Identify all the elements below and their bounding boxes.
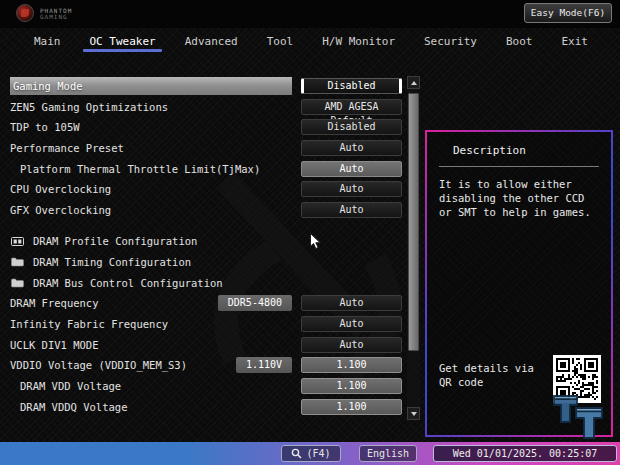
tab-tool[interactable]: Tool — [267, 28, 294, 55]
setting-value[interactable]: Disabled — [301, 78, 402, 94]
setting-value[interactable]: 1.100 — [301, 357, 402, 373]
setting-info-value: 1.110V — [236, 357, 292, 373]
setting-label: DRAM Frequency — [10, 294, 209, 312]
tab-exit[interactable]: Exit — [561, 28, 588, 55]
setting-label: CPU Overclocking — [10, 180, 292, 198]
tweaktown-watermark-icon — [551, 391, 607, 449]
settings-list: Gaming ModeDisabledZEN5 Gaming Optimizat… — [10, 77, 402, 418]
search-button[interactable]: (F4) — [281, 445, 341, 462]
description-separator — [439, 166, 599, 167]
config-link-label: DRAM Profile Configuration — [33, 232, 197, 250]
setting-value[interactable]: 1.100 — [301, 378, 402, 394]
config-link-label: DRAM Bus Control Configuration — [33, 274, 223, 292]
brand-text: PHANTOM GAMING — [40, 6, 72, 20]
status-bar: (F4) English Wed 01/01/2025. 00:25:07 — [0, 442, 620, 465]
config-link-row[interactable]: DRAM Timing Configuration — [10, 253, 402, 271]
setting-value[interactable]: 1.100 — [301, 399, 402, 415]
setting-row[interactable]: VDDIO Voltage (VDDIO_MEM_S3)1.110V1.100 — [10, 356, 402, 374]
config-link-row[interactable]: DRAM Bus Control Configuration — [10, 274, 402, 292]
scrollbar-thumb[interactable] — [408, 93, 419, 351]
setting-row[interactable]: Platform Thermal Throttle Limit(TjMax)Au… — [10, 160, 402, 178]
easy-mode-button[interactable]: Easy Mode(F6) — [524, 3, 612, 23]
tab-oc-tweaker[interactable]: OC Tweaker — [89, 28, 155, 55]
setting-label: DRAM VDD Voltage — [10, 377, 292, 395]
folder-icon — [10, 257, 24, 267]
folder-icon — [10, 278, 24, 288]
setting-value[interactable]: Auto — [301, 295, 402, 311]
tab-main[interactable]: Main — [34, 28, 61, 55]
language-button[interactable]: English — [359, 445, 417, 462]
description-title: Description — [439, 142, 599, 166]
config-link-row[interactable]: DRAM Profile Configuration — [10, 232, 402, 250]
tab-boot[interactable]: Boot — [506, 28, 533, 55]
setting-row[interactable]: TDP to 105WDisabled — [10, 118, 402, 136]
setting-label: Infinity Fabric Frequency — [10, 315, 292, 333]
scroll-up-button[interactable] — [407, 76, 420, 89]
setting-label: DRAM VDDQ Voltage — [10, 398, 292, 416]
setting-value[interactable]: Auto — [301, 316, 402, 332]
setting-label: UCLK DIV1 MODE — [10, 336, 292, 354]
qr-caption: Get details via QR code — [439, 355, 545, 389]
phantom-gaming-logo-icon — [16, 4, 34, 22]
brand-line2: GAMING — [40, 14, 72, 20]
setting-value[interactable]: Auto — [301, 181, 402, 197]
dram-icon — [10, 237, 24, 246]
setting-value[interactable]: Disabled — [301, 119, 402, 135]
setting-label: Gaming Mode — [10, 77, 292, 95]
search-icon — [291, 448, 302, 459]
setting-row[interactable]: ZEN5 Gaming OptimizationsAMD AGESA Defau… — [10, 98, 402, 116]
setting-value[interactable]: Auto — [301, 202, 402, 218]
setting-label: TDP to 105W — [10, 118, 292, 136]
setting-row[interactable]: DRAM VDD Voltage1.100 — [10, 377, 402, 395]
setting-row[interactable]: CPU OverclockingAuto — [10, 180, 402, 198]
config-link-label: DRAM Timing Configuration — [33, 253, 191, 271]
tab-security[interactable]: Security — [424, 28, 477, 55]
tab-advanced[interactable]: Advanced — [185, 28, 238, 55]
setting-row[interactable]: GFX OverclockingAuto — [10, 201, 402, 219]
setting-label: GFX Overclocking — [10, 201, 292, 219]
setting-value[interactable]: AMD AGESA Default — [301, 99, 402, 115]
menu-bar: MainOC TweakerAdvancedToolH/W MonitorSec… — [0, 28, 620, 55]
setting-label: VDDIO Voltage (VDDIO_MEM_S3) — [10, 356, 227, 374]
arrow-down-icon — [411, 412, 417, 416]
setting-row[interactable]: UCLK DIV1 MODEAuto — [10, 336, 402, 354]
bios-screen: PHANTOM GAMING Easy Mode(F6) MainOC Twea… — [0, 0, 620, 465]
description-body: It is to allow either disabling the othe… — [439, 177, 599, 219]
setting-row[interactable]: DRAM FrequencyDDR5-4800Auto — [10, 294, 402, 312]
scroll-down-button[interactable] — [407, 407, 420, 420]
setting-value[interactable]: Auto — [301, 161, 402, 177]
brand-logo: PHANTOM GAMING — [16, 4, 72, 22]
search-hotkey-label: (F4) — [306, 448, 330, 459]
tab-h-w-monitor[interactable]: H/W Monitor — [322, 28, 395, 55]
setting-row[interactable]: Infinity Fabric FrequencyAuto — [10, 315, 402, 333]
setting-label: Performance Preset — [10, 139, 292, 157]
setting-row[interactable]: Performance PresetAuto — [10, 139, 402, 157]
setting-info-value: DDR5-4800 — [218, 295, 292, 311]
setting-row[interactable]: Gaming ModeDisabled — [10, 77, 402, 95]
scrollbar[interactable] — [407, 76, 420, 420]
header: PHANTOM GAMING Easy Mode(F6) — [0, 0, 620, 28]
setting-row[interactable]: DRAM VDDQ Voltage1.100 — [10, 398, 402, 416]
setting-label: ZEN5 Gaming Optimizations — [10, 98, 292, 116]
setting-value[interactable]: Auto — [301, 140, 402, 156]
setting-label: Platform Thermal Throttle Limit(TjMax) — [10, 160, 292, 178]
setting-value[interactable]: Auto — [301, 337, 402, 353]
arrow-up-icon — [411, 81, 417, 85]
